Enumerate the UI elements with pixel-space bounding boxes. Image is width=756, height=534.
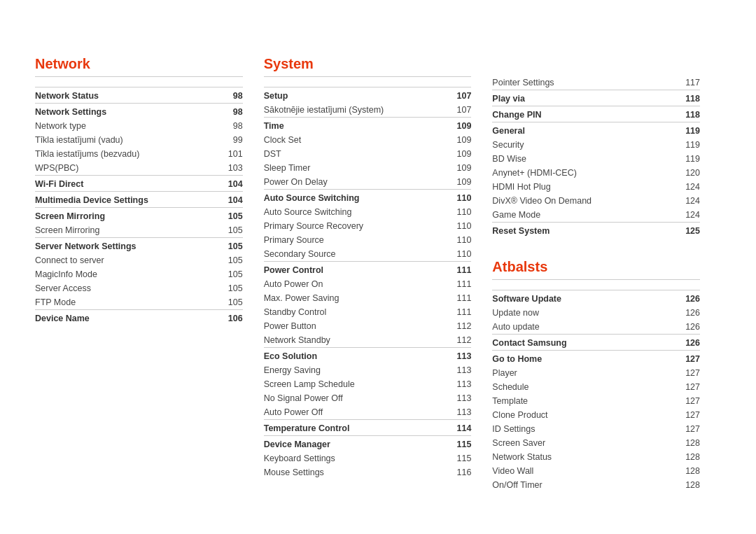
toc-page: 107: [443, 87, 471, 104]
table-row: ID Settings127: [492, 422, 700, 436]
table-row: Reset System125: [492, 223, 700, 239]
table-row: Device Manager115: [264, 436, 472, 452]
toc-label: Time: [264, 118, 444, 134]
toc-label: Auto Source Switching: [264, 190, 444, 206]
toc-label: Template: [492, 394, 659, 408]
toc-page: 105: [214, 295, 243, 310]
toc-label: Network type: [35, 119, 214, 133]
toc-label: Video Wall: [492, 464, 659, 478]
table-row: Sākotnējie iestatījumi (System)107: [264, 103, 472, 118]
toc-page: 111: [443, 277, 471, 291]
toc-page: 126: [659, 306, 700, 320]
table-row: Energy Saving113: [264, 363, 472, 377]
toc-page: 118: [667, 90, 700, 106]
table-row: Temperature Control114: [264, 420, 472, 436]
toc-label: Schedule: [492, 380, 659, 394]
table-row: Network Status128: [492, 450, 700, 464]
toc-page: 128: [659, 450, 700, 464]
toc-label: Reset System: [492, 223, 667, 239]
toc-page: 111: [443, 291, 471, 305]
toc-page: 98: [214, 104, 243, 120]
toc-page: 105: [214, 238, 243, 254]
table-row: DivX® Video On Demand124: [492, 194, 700, 208]
toc-label: On/Off Timer: [492, 478, 659, 492]
table-row: Max. Power Saving111: [264, 291, 472, 305]
toc-label: Connect to server: [35, 253, 214, 267]
toc-label: Wi-Fi Direct: [35, 176, 214, 192]
toc-page: 113: [443, 377, 471, 391]
table-row: Time109: [264, 118, 472, 134]
table-row: Contact Samsung126: [492, 335, 700, 351]
table-row: Software Update126: [492, 290, 700, 307]
toc-label: Network Standby: [264, 333, 444, 348]
toc-label: DST: [264, 147, 444, 161]
toc-page: 115: [443, 436, 471, 452]
table-row: Auto Source Switching110: [264, 190, 472, 206]
toc-page: 127: [659, 380, 700, 394]
toc-page: 110: [443, 233, 471, 247]
toc-page: 105: [214, 223, 243, 238]
table-row: Power Button112: [264, 319, 472, 333]
toc-label: Game Mode: [492, 208, 667, 223]
toc-label: Go to Home: [492, 351, 659, 367]
toc-label: Contact Samsung: [492, 335, 659, 351]
toc-page: 113: [443, 363, 471, 377]
table-row: Change PIN118: [492, 106, 700, 122]
content-columns: Network Network Status98Network Settings…: [35, 56, 721, 492]
toc-label: Network Settings: [35, 104, 214, 120]
toc-label: BD Wise: [492, 152, 667, 166]
toc-page: 124: [667, 208, 700, 223]
toc-page: 105: [214, 267, 243, 281]
table-row: Network Status98: [35, 87, 243, 104]
toc-page: 116: [443, 465, 471, 479]
toc-label: Update now: [492, 306, 659, 320]
toc-label: Standby Control: [264, 305, 444, 319]
table-row: Connect to server105: [35, 253, 243, 267]
toc-page: 110: [443, 205, 471, 219]
table-row: Multimedia Device Settings104: [35, 192, 243, 208]
toc-label: Sākotnējie iestatījumi (System): [264, 103, 444, 118]
toc-label: General: [492, 122, 667, 139]
toc-label: Primary Source Recovery: [264, 219, 444, 233]
toc-page: 126: [659, 335, 700, 351]
toc-label: HDMI Hot Plug: [492, 180, 667, 194]
table-row: Device Name106: [35, 310, 243, 326]
table-row: Security119: [492, 138, 700, 152]
toc-label: Secondary Source: [264, 247, 444, 262]
toc-label: Anynet+ (HDMI-CEC): [492, 166, 667, 180]
toc-page: 113: [443, 391, 471, 405]
toc-label: Auto update: [492, 320, 659, 335]
toc-page: 113: [443, 405, 471, 420]
toc-label: Auto Power On: [264, 277, 444, 291]
table-row: DST109: [264, 147, 472, 161]
table-row: Server Network Settings105: [35, 238, 243, 254]
toc-label: Security: [492, 138, 667, 152]
toc-page: 98: [214, 87, 243, 104]
toc-label: DivX® Video On Demand: [492, 194, 667, 208]
toc-page: 124: [667, 194, 700, 208]
table-row: Secondary Source110: [264, 247, 472, 262]
table-row: Auto Power On111: [264, 277, 472, 291]
right-column: Pointer Settings117Play via118Change PIN…: [492, 56, 721, 492]
table-row: Schedule127: [492, 380, 700, 394]
table-row: No Signal Power Off113: [264, 391, 472, 405]
toc-page: 114: [443, 420, 471, 436]
toc-label: Power Control: [264, 262, 444, 278]
toc-page: 105: [214, 281, 243, 295]
table-row: Screen Mirroring105: [35, 208, 243, 224]
table-row: Screen Mirroring105: [35, 223, 243, 238]
toc-page: 128: [659, 478, 700, 492]
toc-page: 113: [443, 348, 471, 364]
toc-page: 105: [214, 208, 243, 224]
toc-label: Network Status: [35, 87, 214, 104]
toc-label: Network Status: [492, 450, 659, 464]
table-row: Power Control111: [264, 262, 472, 278]
toc-label: Auto Source Switching: [264, 205, 444, 219]
table-row: Primary Source Recovery110: [264, 219, 472, 233]
table-row: HDMI Hot Plug124: [492, 180, 700, 194]
toc-label: Clock Set: [264, 133, 444, 147]
right-table: Pointer Settings117Play via118Change PIN…: [492, 76, 700, 238]
toc-label: Auto Power Off: [264, 405, 444, 420]
toc-label: Player: [492, 366, 659, 380]
toc-label: Power Button: [264, 319, 444, 333]
